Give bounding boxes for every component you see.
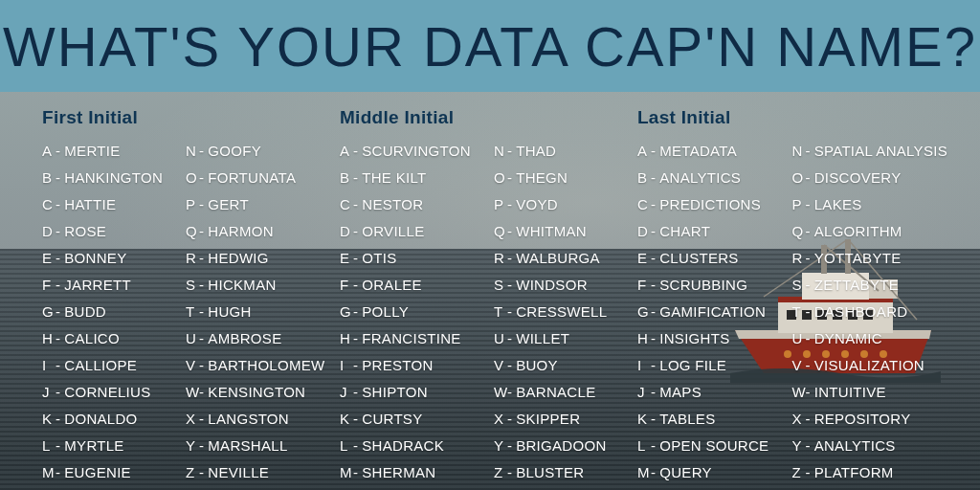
name-value: VOYD bbox=[516, 196, 558, 212]
initial-letter: S bbox=[186, 272, 199, 299]
column: N - GOOFYO - FORTUNATAP - GERTQ - HARMON… bbox=[186, 138, 325, 486]
name-value: WINDSOR bbox=[516, 277, 588, 293]
name-value: THAD bbox=[516, 143, 556, 159]
list-item: B - THE KILT bbox=[340, 165, 471, 191]
initial-letter: M bbox=[637, 459, 651, 486]
initial-letter: X bbox=[791, 406, 805, 433]
list-item: M - QUERY bbox=[637, 459, 768, 486]
name-value: QUERY bbox=[659, 464, 712, 480]
name-value: CRESSWELL bbox=[516, 303, 607, 320]
name-value: HARMON bbox=[208, 223, 273, 239]
name-value: THE KILT bbox=[362, 169, 426, 186]
name-value: BONNEY bbox=[64, 250, 126, 266]
dash-separator: - bbox=[56, 433, 60, 459]
list-item: Q - WHITMAN bbox=[494, 218, 608, 245]
initial-letter: T bbox=[791, 299, 805, 325]
name-value: NESTOR bbox=[362, 196, 423, 212]
initial-letter: U bbox=[494, 325, 507, 352]
list-item: L - SHADRACK bbox=[340, 433, 471, 459]
initial-letter: N bbox=[186, 138, 199, 165]
initial-letter: C bbox=[42, 191, 56, 218]
initial-letter: B bbox=[42, 165, 56, 191]
name-value: ROSE bbox=[64, 223, 106, 239]
initial-letter: Z bbox=[186, 459, 199, 486]
initial-letter: P bbox=[494, 191, 507, 218]
list-item: P - LAKES bbox=[791, 191, 947, 218]
section-heading: Last Initial bbox=[637, 107, 947, 128]
initial-letter: H bbox=[340, 325, 353, 352]
initial-letter: Z bbox=[494, 459, 507, 486]
section-first-initial: First Initial A - MERTIEB - HANKINGTONC … bbox=[42, 107, 340, 486]
initial-letter: G bbox=[637, 299, 651, 325]
name-value: FORTUNATA bbox=[208, 169, 296, 186]
name-value: YOTTABYTE bbox=[814, 250, 902, 266]
initial-letter: V bbox=[791, 352, 805, 379]
initial-letter: U bbox=[186, 325, 199, 352]
list-item: J - SHIPTON bbox=[340, 379, 471, 406]
list-item: A - MERTIE bbox=[42, 138, 163, 165]
list-item: Z - NEVILLE bbox=[186, 459, 325, 486]
name-value: CALLIOPE bbox=[64, 357, 137, 373]
initial-letter: R bbox=[494, 245, 507, 272]
list-item: D - CHART bbox=[637, 218, 768, 245]
name-value: BLUSTER bbox=[516, 464, 584, 480]
dash-separator: - bbox=[805, 138, 810, 165]
name-value: AMBROSE bbox=[208, 330, 281, 346]
list-item: T - DASHBOARD bbox=[791, 299, 947, 325]
dash-separator: - bbox=[56, 272, 60, 299]
dash-separator: - bbox=[353, 379, 358, 406]
name-value: SHERMAN bbox=[362, 464, 435, 480]
name-value: LANGSTON bbox=[208, 411, 289, 427]
dash-separator: - bbox=[507, 218, 512, 245]
initial-letter: O bbox=[186, 165, 199, 191]
list-item: H - FRANCISTINE bbox=[340, 325, 471, 352]
list-item: Q - ALGORITHM bbox=[791, 218, 947, 245]
name-value: GOOFY bbox=[208, 143, 261, 159]
dash-separator: - bbox=[805, 245, 810, 272]
dash-separator: - bbox=[651, 218, 656, 245]
list-item: G - POLLY bbox=[340, 299, 471, 325]
name-value: HATTIE bbox=[64, 196, 116, 212]
dash-separator: - bbox=[805, 325, 810, 352]
name-value: SHADRACK bbox=[362, 437, 444, 454]
name-value: BUOY bbox=[516, 357, 558, 373]
list-item: E - CLUSTERS bbox=[637, 245, 768, 272]
initial-letter: E bbox=[637, 245, 651, 272]
dash-separator: - bbox=[507, 191, 512, 218]
initial-letter: I bbox=[42, 352, 56, 379]
initial-letter: T bbox=[494, 299, 507, 325]
dash-separator: - bbox=[56, 218, 60, 245]
initial-letter: F bbox=[637, 272, 651, 299]
list-item: B - HANKINGTON bbox=[42, 165, 163, 191]
list-item: D - ROSE bbox=[42, 218, 163, 245]
initial-letter: J bbox=[42, 379, 56, 406]
initial-letter: D bbox=[42, 218, 56, 245]
dash-separator: - bbox=[651, 433, 656, 459]
name-value: POLLY bbox=[362, 303, 409, 320]
name-value: EUGENIE bbox=[64, 464, 131, 480]
name-value: BUDD bbox=[64, 303, 106, 320]
name-value: MERTIE bbox=[64, 143, 120, 159]
list-item: P - GERT bbox=[186, 191, 325, 218]
initial-letter: B bbox=[637, 165, 651, 191]
section-heading: Middle Initial bbox=[340, 107, 637, 128]
initial-letter: X bbox=[186, 406, 199, 433]
name-value: DYNAMIC bbox=[814, 330, 882, 346]
list-item: S - ZETTABYTE bbox=[791, 272, 947, 299]
initial-letter: A bbox=[637, 138, 651, 165]
list-item: Q - HARMON bbox=[186, 218, 325, 245]
dash-separator: - bbox=[651, 352, 656, 379]
name-value: ANALYTICS bbox=[659, 169, 741, 186]
name-value: HEDWIG bbox=[208, 250, 268, 266]
list-item: V - BUOY bbox=[494, 352, 608, 379]
initial-letter: A bbox=[42, 138, 56, 165]
initial-letter: I bbox=[637, 352, 651, 379]
list-item: C - PREDICTIONS bbox=[637, 191, 768, 218]
name-value: OTIS bbox=[362, 250, 396, 266]
list-item: W - INTUITIVE bbox=[791, 379, 947, 406]
name-value: INSIGHTS bbox=[659, 330, 729, 346]
dash-separator: - bbox=[507, 352, 512, 379]
list-item: H - CALICO bbox=[42, 325, 163, 352]
initial-letter: S bbox=[791, 272, 805, 299]
initial-letter: E bbox=[340, 245, 353, 272]
